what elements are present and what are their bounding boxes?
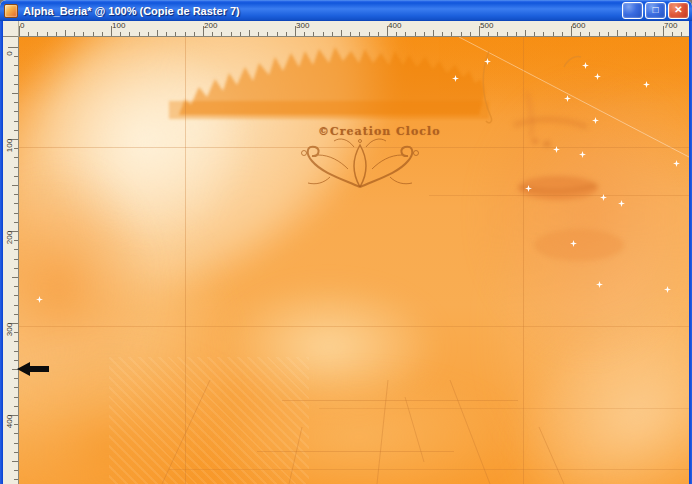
- ruler-tick: [129, 32, 130, 36]
- close-button[interactable]: ✕: [668, 2, 689, 19]
- ruler-tick: [93, 32, 94, 36]
- ruler-tick: [14, 157, 18, 158]
- ruler-tick: [313, 32, 314, 36]
- ruler-tick: [14, 130, 18, 131]
- ruler-tick: [553, 32, 554, 36]
- ruler-tick: [14, 102, 18, 103]
- ruler-tick: [378, 32, 379, 36]
- sparkle-icon: [600, 194, 607, 201]
- ruler-tick: [175, 32, 176, 36]
- ruler-tick: [14, 286, 18, 287]
- ruler-tick: [562, 32, 563, 36]
- ruler-tick: [221, 32, 222, 36]
- ruler-tick: [14, 249, 18, 250]
- ruler-tick: [14, 259, 18, 260]
- vertical-ruler[interactable]: 0100200300400: [3, 37, 19, 484]
- app-icon[interactable]: [4, 4, 18, 18]
- sparkle-icon: [664, 286, 671, 293]
- ruler-label: 700: [664, 21, 677, 30]
- ruler-tick: [14, 443, 18, 444]
- close-icon: ✕: [674, 5, 682, 15]
- ruler-tick: [14, 332, 18, 333]
- sparkle-icon: [673, 160, 680, 167]
- ruler-tick: [525, 30, 526, 36]
- ruler-tick: [396, 32, 397, 36]
- ruler-label: 100: [112, 21, 125, 30]
- ruler-tick: [14, 470, 18, 471]
- ruler-label: 400: [5, 410, 14, 434]
- ruler-tick: [14, 240, 18, 241]
- art-top-saturation: [19, 37, 689, 157]
- ruler-tick: [12, 461, 18, 462]
- minimize-button[interactable]: _: [622, 2, 643, 19]
- ruler-tick: [14, 295, 18, 296]
- window-border-left: [0, 21, 3, 484]
- ruler-tick: [267, 32, 268, 36]
- sparkle-icon: [553, 146, 560, 153]
- ruler-tick: [350, 32, 351, 36]
- face-features: [514, 92, 624, 261]
- ruler-tick: [157, 30, 158, 36]
- ruler-label: 300: [296, 21, 309, 30]
- ruler-tick: [14, 397, 18, 398]
- ruler-tick: [240, 32, 241, 36]
- guide-lines: [19, 37, 689, 484]
- sparkle-icon: [525, 185, 532, 192]
- sparkle-icon: [592, 117, 599, 124]
- title-bar[interactable]: Alpha_Beria* @ 100% (Copie de Raster 7) …: [0, 0, 692, 21]
- ruler-label: 100: [5, 134, 14, 158]
- ruler-tick: [14, 433, 18, 434]
- maximize-button[interactable]: □: [645, 2, 666, 19]
- ruler-tick: [28, 32, 29, 36]
- ruler-tick: [14, 268, 18, 269]
- horizontal-ruler[interactable]: 0100200300400500600700: [19, 21, 689, 37]
- ruler-tick: [258, 32, 259, 36]
- sparkle-icon: [564, 95, 571, 102]
- ruler-tick: [139, 32, 140, 36]
- ruler-tick: [323, 32, 324, 36]
- ruler-tick: [56, 32, 57, 36]
- diagonal-highlight: [459, 37, 689, 157]
- ruler-tick: [14, 213, 18, 214]
- ruler-tick: [14, 222, 18, 223]
- ruler-tick: [608, 32, 609, 36]
- ruler-tick: [14, 167, 18, 168]
- ruler-tick: [534, 32, 535, 36]
- ruler-tick: [12, 185, 18, 186]
- ruler-tick: [451, 32, 452, 36]
- ruler-tick: [470, 32, 471, 36]
- sparkle-icon: [594, 73, 601, 80]
- art-rightbottom-light: [468, 263, 689, 484]
- art-light-beam-lower: [19, 37, 424, 484]
- ruler-label: 400: [388, 21, 401, 30]
- ruler-label: 200: [5, 226, 14, 250]
- image-editor-window: Alpha_Beria* @ 100% (Copie de Raster 7) …: [0, 0, 692, 484]
- ruler-tick: [166, 32, 167, 36]
- horizontal-guide: [169, 469, 689, 470]
- ruler-tick: [249, 30, 250, 36]
- ruler-tick: [635, 32, 636, 36]
- ruler-tick: [415, 32, 416, 36]
- ruler-tick: [14, 203, 18, 204]
- ruler-tick: [424, 32, 425, 36]
- sparkles: [19, 37, 689, 484]
- ruler-tick: [83, 32, 84, 36]
- ruler-tick: [14, 305, 18, 306]
- ruler-tick: [617, 30, 618, 36]
- flourish-ornament: [302, 139, 419, 187]
- ruler-tick: [286, 32, 287, 36]
- ruler-tick: [304, 32, 305, 36]
- art-topright-saturation: [439, 37, 689, 187]
- ruler-tick: [120, 32, 121, 36]
- art-detail-svg: [19, 37, 689, 484]
- tendril-curls: [483, 51, 581, 123]
- ruler-tick: [14, 387, 18, 388]
- ruler-tick: [654, 32, 655, 36]
- ruler-tick: [14, 65, 18, 66]
- image-canvas[interactable]: ©Creation Cloclo: [19, 37, 689, 484]
- ruler-tick: [14, 84, 18, 85]
- ruler-tick: [14, 351, 18, 352]
- art-face-glow: [469, 67, 689, 367]
- ruler-tick: [516, 32, 517, 36]
- ruler-tick: [580, 32, 581, 36]
